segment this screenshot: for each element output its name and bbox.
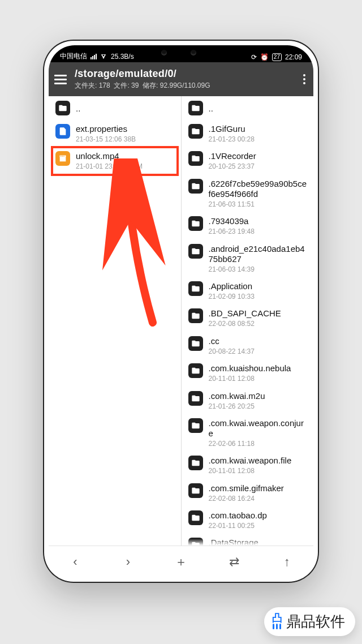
folder-item[interactable]: .DataStorage22-02-09 22:03 [182, 534, 314, 546]
phone-frame: 中国电信 ⛛ 25.3B/s ⟳ ⏰ 27 22:09 /storage/emu… [43, 40, 319, 583]
item-meta: 20-11-01 12:08 [209, 375, 291, 383]
folder-item[interactable]: .com.kwai.m2u21-01-26 20:25 [182, 387, 314, 414]
folder-item[interactable]: .6226f7cbe59e99a90b5cef6e954f966fd21-06-… [182, 175, 314, 212]
alarm-icon: ⏰ [260, 53, 269, 61]
item-name: unlock.mp4 [76, 151, 143, 161]
item-name: .Application [209, 281, 255, 291]
folder-icon [188, 281, 203, 296]
item-meta: 20-11-01 12:08 [209, 467, 292, 475]
folder-item[interactable]: .com.smile.gifmaker22-02-08 16:24 [182, 479, 314, 506]
folder-icon [188, 308, 203, 323]
folder-icon [188, 418, 203, 433]
app-header: /storage/emulated/0/ 文件夹: 178 文件: 39 储存:… [49, 62, 313, 96]
folder-icon [188, 216, 203, 231]
network-speed: 25.3B/s [111, 53, 134, 61]
folder-icon [188, 391, 203, 406]
item-meta: 20-10-25 23:37 [209, 162, 256, 170]
item-name: .com.kwai.weapon.file [209, 456, 292, 466]
parent-dir-right[interactable]: .. [182, 96, 314, 120]
video-icon [55, 151, 70, 166]
up-button[interactable]: ↑ [275, 555, 298, 569]
item-name: .com.smile.gifmaker [209, 483, 284, 493]
carrier-label: 中国电信 [60, 51, 87, 61]
folder-item[interactable]: .com.taobao.dp22-01-11 00:25 [182, 506, 314, 534]
right-panel: .. .1GifGuru21-01-23 00:28.1VRecorder20-… [181, 96, 314, 546]
folder-item[interactable]: .BD_SAPI_CACHE22-02-08 08:52 [182, 304, 314, 332]
item-name: .com.kwai.m2u [209, 391, 265, 401]
item-meta: 22-02-08 16:24 [209, 495, 284, 503]
item-name: .1GifGuru [209, 124, 255, 134]
item-name: .6226f7cbe59e99a90b5cef6e954f966fd [209, 179, 308, 199]
left-panel: .. ext.properties21-03-15 12:06 38Bunloc… [49, 96, 181, 546]
back-button[interactable]: ‹ [64, 555, 87, 569]
parent-dir-left[interactable]: .. [49, 96, 181, 120]
item-name: .DataStorage [209, 538, 258, 546]
item-meta: 21-01-26 20:25 [209, 402, 265, 410]
current-path[interactable]: /storage/emulated/0/ [75, 68, 210, 80]
folder-icon [55, 101, 70, 115]
item-name: .com.kwai.weapon.conjure [209, 418, 308, 439]
item-meta: 22-01-11 00:25 [209, 522, 267, 530]
folder-stats: 文件夹: 178 文件: 39 储存: 92.99G/110.09G [75, 81, 210, 91]
folder-item[interactable]: .com.kuaishou.nebula20-11-01 12:08 [182, 359, 314, 387]
folder-icon [188, 336, 203, 351]
folder-icon [188, 244, 203, 259]
item-name: .cc [209, 336, 255, 346]
signal-icon [90, 54, 97, 59]
folder-icon [188, 538, 203, 546]
item-meta: 21-01-23 00:28 [209, 135, 255, 143]
folder-item[interactable]: .android_e21c40ada1eb475bb62721-06-03 14… [182, 240, 314, 277]
folder-item[interactable]: .Application21-02-09 10:33 [182, 277, 314, 304]
folder-item[interactable]: .com.kwai.weapon.conjure22-02-06 11:18 [182, 414, 314, 452]
watermark-text: 鼎品软件 [286, 612, 345, 632]
item-meta: 21-06-03 14:39 [209, 265, 308, 273]
folder-icon [188, 124, 203, 139]
item-meta: 21-02-09 10:33 [209, 293, 255, 300]
clock: 22:09 [285, 53, 302, 61]
folder-icon [188, 483, 203, 498]
folder-icon [188, 363, 203, 378]
file-item[interactable]: unlock.mp421-01-01 23:20 8.87M [49, 147, 181, 174]
item-name: ext.properties [76, 124, 136, 134]
more-options-button[interactable] [303, 74, 305, 84]
item-name: .com.taobao.dp [209, 510, 267, 521]
folder-icon [188, 151, 203, 166]
item-meta: 21-01-01 23:20 8.87M [76, 162, 143, 170]
bottom-toolbar: ‹ › ＋ ⇄ ↑ [49, 546, 313, 577]
display-notch [139, 45, 223, 60]
folder-item[interactable]: .1GifGuru21-01-23 00:28 [182, 120, 314, 147]
item-meta: 20-08-22 14:37 [209, 347, 255, 355]
item-meta: 21-03-15 12:06 38B [76, 135, 136, 143]
vibrate-icon: ⟳ [251, 53, 257, 61]
watermark-badge: 凸 鼎品软件 [264, 607, 355, 636]
add-button[interactable]: ＋ [170, 553, 192, 570]
item-name: .com.kuaishou.nebula [209, 363, 291, 373]
parent-dir-label: .. [76, 104, 80, 113]
item-name: .BD_SAPI_CACHE [209, 308, 281, 319]
screen: 中国电信 ⛛ 25.3B/s ⟳ ⏰ 27 22:09 /storage/emu… [49, 45, 313, 577]
parent-dir-label: .. [209, 104, 213, 113]
file-item[interactable]: ext.properties21-03-15 12:06 38B [49, 120, 181, 147]
folder-item[interactable]: .1VRecorder20-10-25 23:37 [182, 147, 314, 174]
folder-icon [188, 179, 203, 194]
folder-item[interactable]: .7934039a21-06-23 19:48 [182, 212, 314, 239]
battery-level: 27 [272, 53, 282, 61]
folder-item[interactable]: .com.kwai.weapon.file20-11-01 12:08 [182, 452, 314, 479]
watermark-logo-icon: 凸 [272, 614, 282, 629]
item-name: .android_e21c40ada1eb475bb627 [209, 244, 308, 264]
menu-button[interactable] [54, 75, 67, 84]
swap-button[interactable]: ⇄ [223, 555, 245, 569]
folder-icon [188, 456, 203, 470]
document-icon [55, 124, 70, 139]
item-name: .7934039a [209, 216, 255, 226]
file-columns: .. ext.properties21-03-15 12:06 38Bunloc… [49, 96, 313, 546]
item-meta: 21-06-23 19:48 [209, 227, 255, 235]
item-meta: 21-06-03 11:51 [209, 200, 308, 208]
forward-button[interactable]: › [117, 555, 139, 569]
item-name: .1VRecorder [209, 151, 256, 161]
folder-icon [188, 510, 203, 525]
item-meta: 22-02-06 11:18 [209, 440, 308, 448]
folder-item[interactable]: .cc20-08-22 14:37 [182, 332, 314, 359]
folder-icon [188, 101, 203, 115]
wifi-icon: ⛛ [100, 52, 107, 61]
